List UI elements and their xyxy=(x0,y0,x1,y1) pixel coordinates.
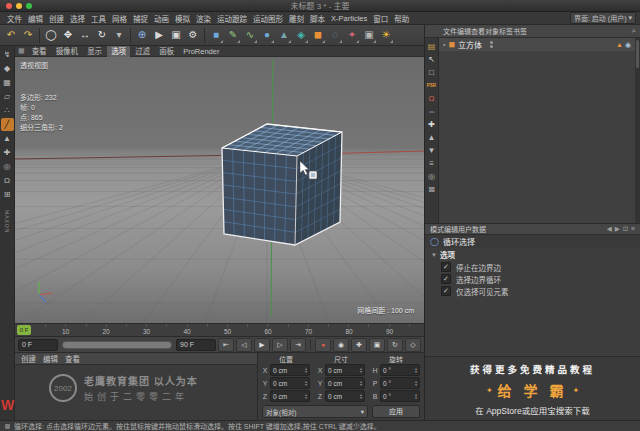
visibility-dot[interactable] xyxy=(490,41,493,44)
viewport-menu-item[interactable]: 选项 xyxy=(107,46,130,57)
viewport-menu-item[interactable]: ProRender xyxy=(179,46,223,57)
stepper-down-icon[interactable]: ▾ xyxy=(360,383,362,386)
viewport-canvas[interactable]: 透视视图多边形: 232帧: 0点: 865细分三角形: 2 网格间距 : 10… xyxy=(15,57,424,323)
render-settings-button[interactable]: ⚙ xyxy=(185,27,201,44)
record-scale-button[interactable]: ▣ xyxy=(369,338,385,352)
menubar-item[interactable]: 网格 xyxy=(109,13,130,24)
preview-range-slider[interactable] xyxy=(62,341,172,349)
material-menu-item[interactable]: 创建 xyxy=(21,353,36,364)
goto-end-button[interactable]: ⇥ xyxy=(290,338,306,352)
zoom-window-button[interactable] xyxy=(26,3,32,9)
checkbox[interactable]: ✓ xyxy=(441,262,451,272)
value-input[interactable]: 0 °▴▾ xyxy=(380,390,420,402)
points-mode-icon[interactable]: ∴ xyxy=(1,104,14,117)
selection-cursor-icon[interactable]: ↖ xyxy=(426,53,438,65)
history-back-icon[interactable]: ◀ xyxy=(607,225,612,233)
object-manager-menu-item[interactable]: 书签 xyxy=(513,26,527,36)
menubar-item[interactable]: 窗口 xyxy=(370,13,391,24)
value-input[interactable]: 0 cm▴▾ xyxy=(270,377,310,389)
stepper[interactable]: ▴▾ xyxy=(360,380,362,386)
menubar-item[interactable]: 动画 xyxy=(151,13,172,24)
stepper[interactable]: ▴▾ xyxy=(415,380,417,386)
viewport-menu-item[interactable]: 过滤 xyxy=(131,46,154,57)
move-button[interactable]: ✥ xyxy=(60,27,76,44)
history-forward-icon[interactable]: ▶ xyxy=(615,225,620,233)
viewport-solo-icon[interactable]: ◎ xyxy=(1,160,14,173)
lock-icon[interactable]: ⊠ xyxy=(426,183,438,195)
stepper-down-icon[interactable]: ▾ xyxy=(415,396,417,399)
record-parameter-button[interactable]: ◇ xyxy=(405,338,421,352)
menubar-item[interactable]: 创建 xyxy=(46,13,67,24)
extrude-button[interactable]: ▲ xyxy=(276,27,292,44)
timeline-ruler[interactable]: 0 F 0102030405060708090 xyxy=(15,323,424,337)
attribute-manager-menu-item[interactable]: 模式 xyxy=(430,224,444,234)
field-button[interactable]: ◌ xyxy=(327,27,343,44)
visibility-dots[interactable] xyxy=(490,41,493,48)
search-icon[interactable]: ⌕ xyxy=(632,26,636,36)
minimize-window-button[interactable] xyxy=(16,3,22,9)
simulate-button[interactable]: ✦ xyxy=(344,27,360,44)
visibility-dot[interactable] xyxy=(490,45,493,48)
viewport-menu-item[interactable]: 查看 xyxy=(28,46,51,57)
value-input[interactable]: 0 cm▴▾ xyxy=(325,390,365,402)
render-picture-viewer-button[interactable]: ▣ xyxy=(168,27,184,44)
value-input[interactable]: 0 °▴▾ xyxy=(380,377,420,389)
camera-button[interactable]: ▣ xyxy=(361,27,377,44)
volume-button[interactable]: ◼ xyxy=(310,27,326,44)
menubar-item[interactable]: 帮助 xyxy=(391,13,412,24)
display-filter-icon[interactable]: ≡ xyxy=(426,157,438,169)
menubar-item[interactable]: 捕捉 xyxy=(130,13,151,24)
menubar-item[interactable]: 雕刻 xyxy=(286,13,307,24)
lock-icon[interactable]: ⊡ xyxy=(623,225,628,233)
phong-tag[interactable]: ◉ xyxy=(625,41,631,49)
stepper[interactable]: ▴▾ xyxy=(415,367,417,373)
menubar-item[interactable]: 脚本 xyxy=(307,13,328,24)
stepper[interactable]: ▴▾ xyxy=(360,367,362,373)
polygons-mode-icon[interactable]: ▲ xyxy=(1,132,14,145)
end-frame-input[interactable]: 90 F xyxy=(176,339,216,351)
psr-tool-icon[interactable]: PSR xyxy=(426,79,438,91)
menubar-item[interactable]: 文件 xyxy=(4,13,25,24)
texture-mode-icon[interactable]: ▦ xyxy=(1,76,14,89)
stepper[interactable]: ▴▾ xyxy=(360,393,362,399)
start-frame-input[interactable]: 0 F xyxy=(18,339,58,351)
coordinate-system-button[interactable]: ⊕ xyxy=(134,27,150,44)
folder-icon[interactable]: ▤ xyxy=(426,40,438,52)
edges-mode-icon[interactable]: ╱ xyxy=(1,118,14,131)
rectangle-selection-icon[interactable]: □ xyxy=(426,66,438,78)
current-frame-marker[interactable]: 0 F xyxy=(17,325,31,335)
rotate-button[interactable]: ↻ xyxy=(94,27,110,44)
menubar-item[interactable]: 工具 xyxy=(88,13,109,24)
menubar-item[interactable]: 运动图形 xyxy=(250,13,286,24)
menubar-item[interactable]: 编辑 xyxy=(25,13,46,24)
stepper-down-icon[interactable]: ▾ xyxy=(305,383,307,386)
axis-mode-icon[interactable]: ✚ xyxy=(1,146,14,159)
stepper-down-icon[interactable]: ▾ xyxy=(360,396,362,399)
stepper-down-icon[interactable]: ▾ xyxy=(415,383,417,386)
viewport-menu-item[interactable]: 摄像机 xyxy=(52,46,83,57)
record-rotation-button[interactable]: ↻ xyxy=(387,338,403,352)
arrow-down-icon[interactable]: ▼ xyxy=(426,144,438,156)
object-row[interactable]: •◼立方体▲◉ xyxy=(439,38,635,51)
checkbox[interactable]: ✓ xyxy=(441,274,451,284)
viewport-menu-item[interactable]: 面板 xyxy=(155,46,178,57)
model-mode-icon[interactable]: ◆ xyxy=(1,62,14,75)
menu-icon[interactable]: ≡ xyxy=(631,225,635,233)
scrollbar-thumb[interactable] xyxy=(636,40,639,68)
pen-button[interactable]: ✎ xyxy=(225,27,241,44)
axis-center-icon[interactable]: ✚ xyxy=(426,118,438,130)
menubar-item[interactable]: 模拟 xyxy=(172,13,193,24)
polygon-selection-tag[interactable]: ▲ xyxy=(616,41,623,49)
layout-switcher[interactable]: 界面: 启动 (用户) ▾ xyxy=(570,12,636,24)
object-manager-menu-item[interactable]: 标签 xyxy=(499,26,513,36)
subdivision-surface-button[interactable]: ● xyxy=(259,27,275,44)
snap-icon[interactable]: Ω xyxy=(1,174,14,187)
preview-range-thumb[interactable] xyxy=(63,342,171,348)
coordinate-mode-select[interactable]: 对象(相对) ▾ xyxy=(262,405,368,418)
last-tool-button[interactable]: ▾ xyxy=(111,27,127,44)
stepper[interactable]: ▴▾ xyxy=(305,393,307,399)
attribute-manager-menu-item[interactable]: 编辑 xyxy=(444,224,458,234)
cube-object[interactable] xyxy=(222,124,342,245)
stepper-down-icon[interactable]: ▾ xyxy=(360,370,362,373)
stepper-down-icon[interactable]: ▾ xyxy=(305,370,307,373)
